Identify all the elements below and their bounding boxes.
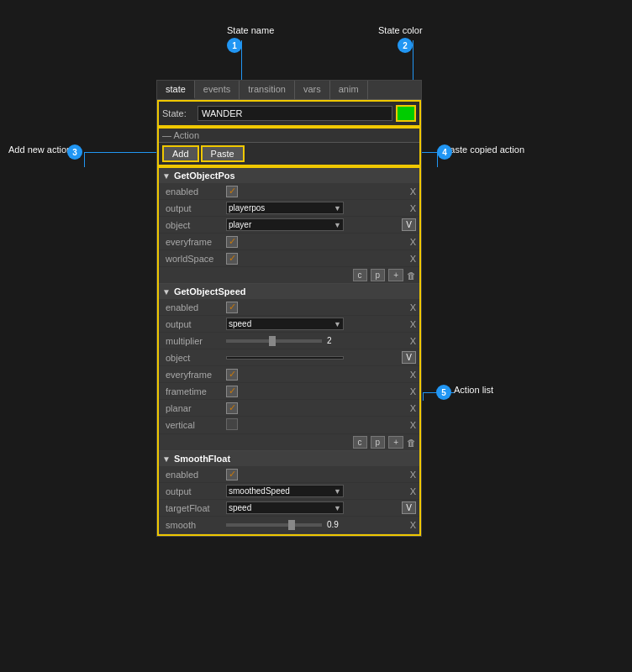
dropdown-object-1[interactable]: player ▼ <box>226 218 344 231</box>
action-getobjectpos-name: GetObjectPos <box>174 171 235 181</box>
field-label-worldspace-1: worldSpace <box>166 254 226 264</box>
tab-transition[interactable]: transition <box>240 81 295 99</box>
field-row-everyframe-1: everyframe X <box>159 234 419 250</box>
action-smoothfloat-name: SmoothFloat <box>174 454 230 464</box>
btn-v-targetfloat-3[interactable]: V <box>402 501 416 514</box>
action-list-annotation: Action list <box>454 385 493 395</box>
field-row-multiplier-2: multiplier 2 X <box>159 333 419 349</box>
field-x-output-2[interactable]: X <box>410 319 416 329</box>
action-getobjectpos-header[interactable]: ▼ GetObjectPos <box>159 168 419 183</box>
slider-smooth[interactable]: 0.9 <box>226 520 344 529</box>
footer-btn-p-1[interactable]: p <box>371 269 386 281</box>
action-footer-1: c p + 🗑 <box>159 267 419 283</box>
field-x-vertical-2[interactable]: X <box>410 420 416 430</box>
field-row-object-2: object V <box>159 349 419 366</box>
ann-circle-4: 4 <box>437 144 456 160</box>
checkbox-everyframe-2[interactable] <box>226 369 238 381</box>
field-label-output-3: output <box>166 486 226 496</box>
dropdown-object-2[interactable] <box>226 356 344 360</box>
slider-multiplier[interactable]: 2 <box>226 336 344 345</box>
field-value-enabled-3 <box>226 469 407 480</box>
footer-delete-icon-1[interactable]: 🗑 <box>407 270 416 281</box>
btn-v-object-2[interactable]: V <box>402 351 416 364</box>
field-x-enabled-3[interactable]: X <box>410 470 416 480</box>
field-x-enabled-1[interactable]: X <box>410 186 416 197</box>
field-label-multiplier-2: multiplier <box>166 336 226 346</box>
field-x-multiplier-2[interactable]: X <box>410 336 416 346</box>
field-value-targetfloat-3: speed ▼ <box>226 501 400 514</box>
dropdown-targetfloat-3[interactable]: speed ▼ <box>226 501 344 514</box>
action-item-smoothfloat: ▼ SmoothFloat enabled X output smoothedS… <box>159 451 419 534</box>
field-row-worldspace-1: worldSpace X <box>159 250 419 267</box>
ann-line-3-h <box>84 152 160 153</box>
tab-vars[interactable]: vars <box>295 81 330 99</box>
dropdown-output-2[interactable]: speed ▼ <box>226 318 344 330</box>
collapse-arrow-1: ▼ <box>162 171 171 181</box>
state-name-row: State: <box>157 100 421 127</box>
field-row-targetfloat-3: targetFloat speed ▼ V <box>159 500 419 517</box>
footer-btn-p-2[interactable]: p <box>371 436 386 449</box>
field-x-everyframe-2[interactable]: X <box>410 370 416 380</box>
field-x-worldspace-1[interactable]: X <box>410 254 416 264</box>
field-value-output-3: smoothedSpeed ▼ <box>226 485 407 497</box>
checkbox-frametime-2[interactable] <box>226 386 238 397</box>
action-item-getobjectspeed: ▼ GetObjectSpeed enabled X output speed … <box>159 284 419 451</box>
action-title: — Action <box>162 130 416 140</box>
footer-delete-icon-2[interactable]: 🗑 <box>407 438 416 448</box>
field-value-object-2 <box>226 356 400 360</box>
slider-track-smooth <box>226 523 322 527</box>
action-getobjectspeed-header[interactable]: ▼ GetObjectSpeed <box>159 284 419 299</box>
field-label-output-1: output <box>166 203 226 213</box>
tab-anim[interactable]: anim <box>330 81 368 99</box>
checkbox-enabled-1[interactable] <box>226 186 238 197</box>
field-row-enabled-3: enabled X <box>159 466 419 483</box>
footer-btn-plus-2[interactable]: + <box>388 436 403 449</box>
field-value-everyframe-1 <box>226 236 407 248</box>
dropdown-arrow-2: ▼ <box>334 320 341 328</box>
tab-state[interactable]: state <box>157 81 195 99</box>
field-row-output-2: output speed ▼ X <box>159 316 419 333</box>
field-row-output-3: output smoothedSpeed ▼ X <box>159 483 419 500</box>
state-color-box[interactable] <box>396 105 416 122</box>
checkbox-enabled-3[interactable] <box>226 469 238 480</box>
checkbox-planar-2[interactable] <box>226 402 238 414</box>
field-x-smooth-3[interactable]: X <box>410 520 416 530</box>
dropdown-output-1[interactable]: playerpos ▼ <box>226 202 344 214</box>
action-buttons-row: Add Paste <box>159 143 419 165</box>
slider-thumb-smooth[interactable] <box>288 520 295 530</box>
field-row-enabled-1: enabled X <box>159 183 419 200</box>
field-x-everyframe-1[interactable]: X <box>410 237 416 247</box>
action-section-header: — Action <box>159 129 419 143</box>
field-row-object-1: object player ▼ V <box>159 217 419 234</box>
btn-v-object-1[interactable]: V <box>402 218 416 231</box>
dropdown-output-3[interactable]: smoothedSpeed ▼ <box>226 485 344 497</box>
add-new-action-annotation: Add new action <box>8 144 71 155</box>
tab-events[interactable]: events <box>195 81 240 99</box>
field-x-enabled-2[interactable]: X <box>410 302 416 312</box>
field-x-output-3[interactable]: X <box>410 486 416 496</box>
field-x-planar-2[interactable]: X <box>410 403 416 413</box>
checkbox-enabled-2[interactable] <box>226 302 238 313</box>
paste-action-button[interactable]: Paste <box>201 145 245 162</box>
footer-btn-c-1[interactable]: c <box>353 269 367 281</box>
checkbox-vertical-2[interactable] <box>226 418 238 430</box>
field-x-frametime-2[interactable]: X <box>410 386 416 396</box>
add-action-button[interactable]: Add <box>162 145 199 162</box>
field-row-vertical-2: vertical X <box>159 417 419 434</box>
action-smoothfloat-header[interactable]: ▼ SmoothFloat <box>159 451 419 466</box>
footer-btn-c-2[interactable]: c <box>353 436 367 449</box>
dropdown-arrow-obj-1: ▼ <box>334 221 341 229</box>
field-value-output-1: playerpos ▼ <box>226 202 407 214</box>
checkbox-worldspace-1[interactable] <box>226 253 238 265</box>
slider-track-multiplier <box>226 339 322 343</box>
field-row-enabled-2: enabled X <box>159 299 419 316</box>
ann-circle-1: 1 <box>227 38 245 53</box>
checkbox-everyframe-1[interactable] <box>226 236 238 248</box>
tab-bar: state events transition vars anim <box>157 81 421 100</box>
field-x-output-1[interactable]: X <box>410 203 416 213</box>
slider-thumb-multiplier[interactable] <box>269 336 276 346</box>
footer-btn-plus-1[interactable]: + <box>388 269 403 281</box>
field-value-enabled-2 <box>226 302 407 313</box>
field-label-frametime-2: frametime <box>166 386 226 396</box>
state-name-input[interactable] <box>198 106 392 121</box>
